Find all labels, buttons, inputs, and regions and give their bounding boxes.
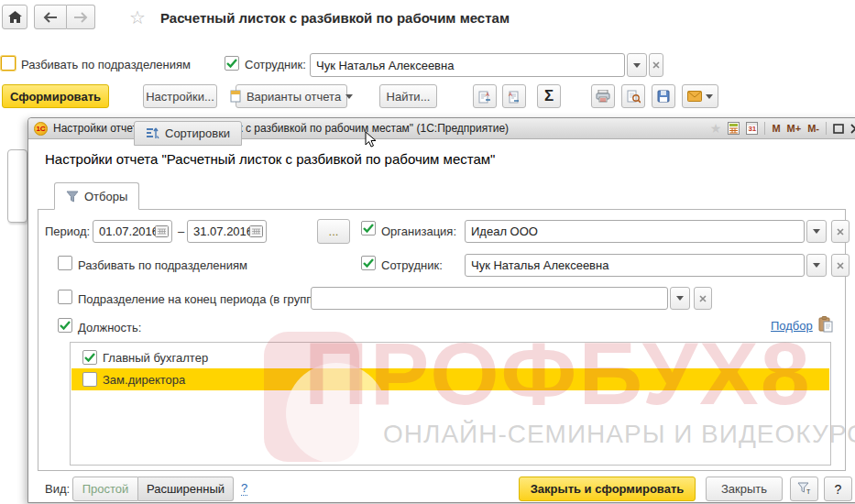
position-item-checkbox[interactable] <box>82 372 97 387</box>
divider <box>764 122 765 135</box>
employee-input[interactable]: Чук Наталья Алексеевна <box>310 53 625 77</box>
memory-button[interactable]: М <box>772 123 780 134</box>
check-icon <box>363 224 374 233</box>
find-button[interactable]: Найти... <box>379 84 437 108</box>
memory-minus-button[interactable]: М- <box>807 123 819 134</box>
favorite-star-icon[interactable]: ☆ <box>129 8 146 27</box>
employee-clear-button[interactable] <box>831 254 850 277</box>
settings-button[interactable]: Настройки... <box>143 84 217 108</box>
split-by-departments-checkbox[interactable] <box>1 56 16 71</box>
date-picker-icon[interactable] <box>249 225 263 237</box>
find-next-button[interactable]: А <box>473 84 497 108</box>
sum-button[interactable]: Σ <box>537 84 561 108</box>
back-button[interactable] <box>34 5 67 29</box>
close-icon[interactable] <box>850 124 855 134</box>
date-picker-icon[interactable] <box>155 225 169 237</box>
department-label: Подразделение на конец периода (в группе… <box>78 292 326 306</box>
department-checkbox[interactable] <box>58 290 72 304</box>
find-settings-button[interactable]: А <box>502 84 526 108</box>
preview-button[interactable] <box>621 84 645 108</box>
print-button[interactable] <box>591 84 615 108</box>
clipboard-icon[interactable] <box>818 316 833 333</box>
dialog-heading: Настройки отчета "Расчетный листок с раз… <box>45 151 495 167</box>
positions-listbox[interactable]: Главный бухгалтер Зам.директора <box>70 342 831 466</box>
save-button[interactable] <box>652 84 675 108</box>
tab-sorting[interactable]: Сортировки <box>134 121 242 146</box>
employee-value: Чук Наталья Алексеевна <box>471 258 608 272</box>
employee-checkbox[interactable] <box>225 56 239 71</box>
page-title: Расчетный листок с разбивкой по рабочим … <box>160 10 510 26</box>
view-simple-button[interactable]: Простой <box>72 477 138 501</box>
help-button[interactable]: ? <box>824 477 852 501</box>
check-icon <box>60 321 71 330</box>
pick-link[interactable]: Подбор <box>771 319 813 333</box>
period-dash: – <box>178 225 184 238</box>
period-options-button[interactable]: ... <box>317 219 350 244</box>
position-item-checkbox[interactable] <box>82 350 97 365</box>
maximize-icon[interactable] <box>833 124 844 134</box>
find-settings-icon: А <box>508 90 521 104</box>
chevron-down-icon <box>676 296 684 301</box>
employee-label: Сотрудник: <box>381 258 443 272</box>
organization-label: Организация: <box>381 225 456 238</box>
close-and-generate-button[interactable]: Закрыть и сформировать <box>519 477 696 501</box>
period-to-input[interactable]: 31.07.2016 <box>187 220 267 243</box>
report-variants-button[interactable]: Варианты отчета <box>236 84 347 108</box>
back-arrow-icon <box>43 12 58 23</box>
list-item[interactable]: Зам.директора <box>71 368 829 390</box>
filter-settings-button[interactable]: Т <box>790 477 818 501</box>
employee-dropdown-button[interactable] <box>627 53 647 77</box>
calculator-icon[interactable] <box>728 122 740 135</box>
collapsed-side-panel[interactable] <box>7 149 27 223</box>
position-label: Должность: <box>78 321 141 334</box>
1c-logo-icon: 1С <box>34 122 48 136</box>
close-button[interactable]: Закрыть <box>706 477 783 501</box>
organization-clear-button[interactable] <box>831 220 850 243</box>
floppy-icon <box>657 90 670 103</box>
home-icon <box>8 11 22 24</box>
position-checkbox[interactable] <box>58 318 72 333</box>
generate-button[interactable]: Сформировать <box>2 84 109 108</box>
close-icon <box>652 61 660 69</box>
view-help-link[interactable]: ? <box>241 481 247 496</box>
list-item[interactable]: Главный бухгалтер <box>71 346 829 368</box>
tab-filters[interactable]: Отборы <box>54 182 139 210</box>
split-by-departments-checkbox[interactable] <box>58 256 72 270</box>
view-extended-button[interactable]: Расширенный <box>138 477 234 501</box>
employee-clear-button[interactable] <box>649 53 663 77</box>
split-by-departments-label: Разбивать по подразделениям <box>78 258 247 272</box>
employee-label: Сотрудник: <box>245 58 306 71</box>
calendar-day-label: 31 <box>748 125 756 133</box>
position-item-label: Зам.директора <box>103 373 185 387</box>
report-settings-dialog: 1С Настройки отчета "Расчетный листок с … <box>27 117 855 503</box>
organization-dropdown-button[interactable] <box>806 220 827 243</box>
funnel-icon <box>66 191 79 203</box>
period-from-input[interactable]: 01.07.2016 <box>93 220 172 243</box>
svg-text:А: А <box>509 92 512 97</box>
employee-input[interactable]: Чук Наталья Алексеевна <box>465 254 805 277</box>
memory-plus-button[interactable]: М+ <box>787 123 802 134</box>
split-by-departments-label: Разбивать по подразделениям <box>21 58 191 71</box>
preview-icon <box>627 90 641 104</box>
sort-icon <box>146 127 159 139</box>
send-email-button[interactable] <box>682 84 718 108</box>
department-clear-button[interactable] <box>694 287 712 310</box>
employee-dropdown-button[interactable] <box>806 254 827 277</box>
employee-checkbox[interactable] <box>361 256 376 270</box>
titlebar-star-icon[interactable]: ★ <box>710 121 722 136</box>
printer-icon <box>596 90 610 103</box>
forward-button[interactable] <box>67 5 95 29</box>
department-input[interactable] <box>311 287 668 310</box>
organization-checkbox[interactable] <box>361 221 376 236</box>
home-button[interactable] <box>2 5 27 29</box>
period-from-value: 01.07.2016 <box>99 225 159 238</box>
period-label: Период: <box>45 225 90 238</box>
department-dropdown-button[interactable] <box>670 287 690 310</box>
organization-input[interactable]: Идеал ООО <box>465 220 805 243</box>
mouse-cursor <box>365 131 378 149</box>
chevron-down-icon <box>813 263 820 268</box>
employee-input-value: Чук Наталья Алексеевна <box>316 59 454 72</box>
calendar-icon[interactable]: 31 <box>746 122 758 135</box>
report-variants-label: Варианты отчета <box>247 90 341 104</box>
svg-text:Т: Т <box>806 488 811 495</box>
